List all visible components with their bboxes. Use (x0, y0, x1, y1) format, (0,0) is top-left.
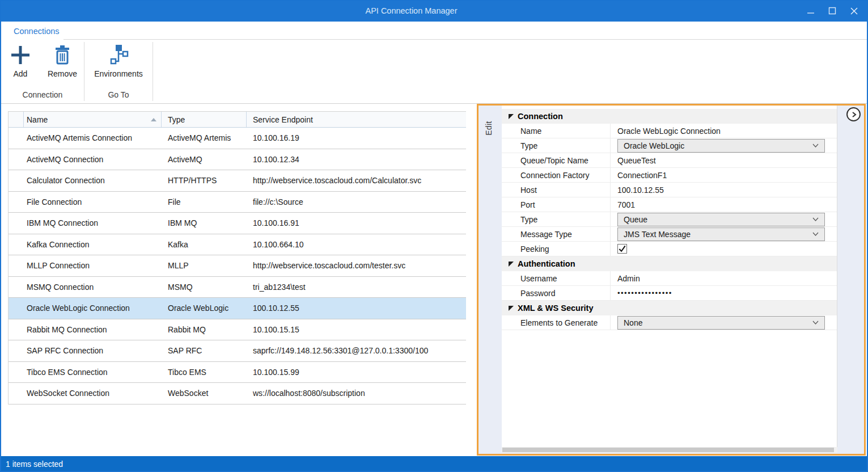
cell-name: ActiveMQ Artemis Connection (24, 133, 162, 142)
cell-name: Oracle WebLogic Connection (24, 304, 162, 313)
password-field[interactable]: •••••••••••••••• (617, 289, 672, 297)
cell-name: Rabbit MQ Connection (24, 325, 162, 334)
cell-endpoint: 100.10.12.55 (247, 304, 466, 313)
status-bar: 1 items selected (0, 456, 868, 472)
cell-type: File (162, 197, 247, 206)
cell-name: MLLP Connection (24, 261, 162, 270)
cell-name: ActiveMQ Connection (24, 155, 162, 164)
elements-to-generate-dropdown[interactable]: None (617, 316, 825, 330)
property-label: Type (502, 138, 611, 153)
property-group-title: Authentication (518, 259, 575, 268)
property-label: Name (502, 124, 611, 138)
maximize-icon (828, 7, 836, 15)
edit-panel: Edit Connection Name Oracle WebLogic Con… (477, 104, 866, 456)
cell-type: MLLP (162, 261, 247, 270)
table-row[interactable]: Kafka Connection Kafka 10.100.664.10 (9, 234, 466, 256)
property-group-authentication[interactable]: Authentication (502, 256, 837, 271)
cell-type: Kafka (162, 240, 247, 249)
property-grid: Connection Name Oracle WebLogic Connecti… (502, 106, 837, 448)
table-header-row: Name Type Service Endpoint (9, 111, 466, 128)
tab-connections[interactable]: Connections (10, 22, 63, 40)
property-label: Connection Factory (502, 168, 611, 182)
property-group-connection[interactable]: Connection (502, 109, 837, 124)
cell-endpoint: saprfc://149.148.12.56:3301@127.0.0.1:33… (247, 346, 466, 355)
cell-endpoint: 10.100.15.99 (247, 368, 466, 377)
queue-type-dropdown[interactable]: Queue (617, 213, 825, 226)
cell-type: Tibco EMS (162, 368, 247, 377)
table-row[interactable]: MSMQ Connection MSMQ tri_ab1234\test (9, 277, 466, 298)
maximize-button[interactable] (822, 2, 843, 19)
add-button-label: Add (13, 69, 27, 78)
property-label: Queue/Topic Name (502, 153, 611, 167)
row-selector-header[interactable] (9, 112, 24, 127)
column-header-type[interactable]: Type (162, 112, 247, 127)
main-area: Name Type Service Endpoint ActiveMQ Arte… (1, 104, 867, 456)
close-button[interactable] (843, 2, 865, 19)
cell-type: HTTP/HTTPS (162, 176, 247, 185)
remove-button[interactable]: Remove (48, 44, 77, 90)
table-row-selected[interactable]: Oracle WebLogic Connection Oracle WebLog… (9, 298, 466, 319)
table-row[interactable]: Calculator Connection HTTP/HTTPS http://… (9, 170, 466, 192)
table-row[interactable]: Tibco EMS Connection Tibco EMS 10.100.15… (9, 362, 466, 384)
chevron-down-icon (812, 217, 819, 222)
expander-icon (509, 114, 514, 119)
username-field[interactable]: Admin (617, 274, 640, 283)
table-row[interactable]: MLLP Connection MLLP http://webservice.t… (9, 255, 466, 277)
environments-button[interactable]: Environments (94, 44, 143, 90)
table-row[interactable]: ActiveMQ Artemis Connection ActiveMQ Art… (9, 128, 466, 149)
property-group-xml-ws-security[interactable]: XML & WS Security (502, 301, 837, 315)
table-row[interactable]: Rabbit MQ Connection Rabbit MQ 10.100.15… (9, 319, 466, 341)
name-field[interactable]: Oracle WebLogic Connection (617, 127, 721, 136)
add-button[interactable]: Add (8, 44, 33, 90)
expander-icon (509, 306, 514, 311)
type-dropdown[interactable]: Oracle WebLogic (617, 139, 825, 153)
ribbon-group-connection-caption: Connection (23, 90, 63, 99)
cell-name: MSMQ Connection (24, 283, 162, 292)
property-label: Password (502, 286, 611, 300)
scrollbar-thumb[interactable] (502, 448, 834, 452)
cell-endpoint: 10.100.15.15 (247, 325, 466, 334)
cell-endpoint: 10.100.16.91 (247, 218, 466, 227)
property-row: Host 100.10.12.55 (502, 183, 837, 197)
cell-endpoint: 10.100.664.10 (247, 240, 466, 249)
queue-topic-name-field[interactable]: QueueTest (617, 156, 656, 165)
ribbon-tab-row: Connections (1, 22, 867, 40)
checkmark-icon (618, 245, 626, 253)
panel-collapse-button[interactable] (846, 107, 861, 121)
connections-table: Name Type Service Endpoint ActiveMQ Arte… (8, 111, 466, 404)
table-row[interactable]: ActiveMQ Connection ActiveMQ 10.100.12.3… (9, 149, 466, 171)
minimize-button[interactable] (800, 2, 822, 19)
cell-endpoint: 10.100.12.34 (247, 155, 466, 164)
table-row[interactable]: IBM MQ Connection IBM MQ 10.100.16.91 (9, 213, 466, 234)
property-label: Message Type (502, 227, 611, 241)
ribbon-group-connection: Add Remove Connection (1, 40, 84, 103)
property-row: Peeking (502, 242, 837, 256)
chevron-down-icon (812, 232, 819, 237)
ribbon-group-goto: Environments Go To (84, 40, 153, 103)
table-row[interactable]: File Connection File file://c:\Source (9, 192, 466, 213)
property-label: Username (502, 271, 611, 285)
port-field[interactable]: 7001 (617, 200, 635, 209)
minimize-icon (807, 7, 815, 15)
column-header-name[interactable]: Name (24, 112, 162, 127)
cell-type: IBM MQ (162, 218, 247, 227)
property-label: Host (502, 183, 611, 197)
environments-icon (108, 44, 129, 68)
cell-name: WebSocket Connection (24, 389, 162, 398)
property-row: Elements to Generate None (502, 315, 837, 330)
host-field[interactable]: 100.10.12.55 (617, 186, 664, 195)
table-row[interactable]: WebSocket Connection WebSocket ws://loca… (9, 383, 466, 404)
cell-name: IBM MQ Connection (24, 218, 162, 227)
property-label: Peeking (502, 242, 611, 256)
peeking-checkbox[interactable] (617, 244, 627, 254)
horizontal-scrollbar[interactable] (502, 447, 837, 453)
table-row[interactable]: SAP RFC Connection SAP RFC saprfc://149.… (9, 340, 466, 362)
edit-panel-tab[interactable]: Edit (481, 116, 497, 141)
connection-factory-field[interactable]: ConnectionF1 (617, 171, 667, 180)
cell-name: Kafka Connection (24, 240, 162, 249)
message-type-dropdown[interactable]: JMS Text Message (617, 227, 825, 241)
cell-name: File Connection (24, 197, 162, 206)
chevron-down-icon (812, 144, 819, 148)
column-header-service-endpoint[interactable]: Service Endpoint (247, 112, 466, 127)
window-title: API Connection Manager (0, 0, 823, 22)
